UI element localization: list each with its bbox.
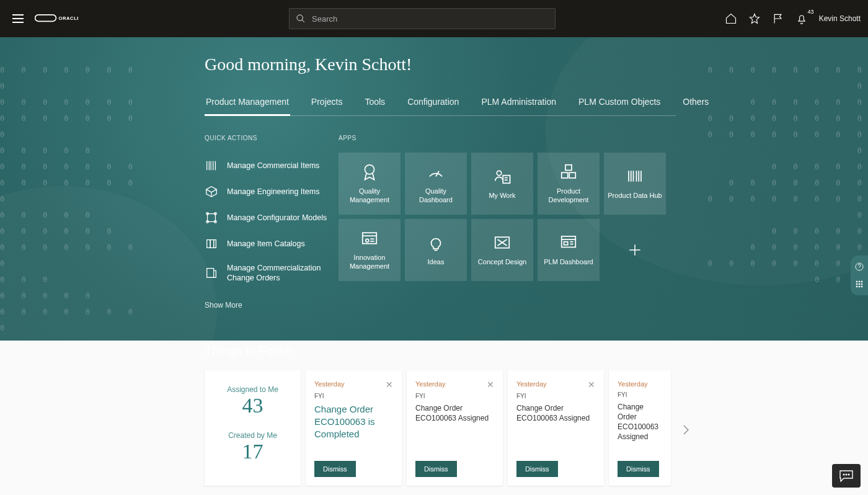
- qa-show-more[interactable]: Show More: [205, 301, 242, 310]
- app-label: Quality Dashboard: [409, 187, 463, 205]
- tab-configuration[interactable]: Configuration: [406, 92, 460, 115]
- created-by-me-label: Created by Me: [228, 431, 277, 440]
- app-label: Product Data Hub: [608, 192, 662, 200]
- home-icon[interactable]: [725, 12, 737, 25]
- dashboard-icon: [559, 233, 578, 252]
- close-icon[interactable]: ✕: [386, 380, 393, 389]
- app-label: My Work: [489, 192, 515, 200]
- my-work-icon: [493, 167, 512, 185]
- tab-projects[interactable]: Projects: [310, 92, 344, 115]
- brand-logo[interactable]: ORACLE: [35, 12, 78, 25]
- svg-rect-14: [207, 240, 211, 248]
- card-timestamp: Yesterday: [415, 380, 446, 388]
- svg-rect-17: [207, 269, 214, 278]
- qa-label: Manage Commercial Items: [227, 161, 319, 171]
- assigned-to-me-label: Assigned to Me: [227, 385, 278, 394]
- app-my-work[interactable]: My Work: [471, 153, 533, 215]
- card-tag: FYI: [618, 391, 662, 398]
- qa-manage-item-catalogs[interactable]: Manage Item Catalogs: [205, 231, 335, 257]
- card-body: Change Order ECO100063 is Completed: [314, 403, 393, 441]
- things-to-finish-heading: Things to Finish: [205, 344, 676, 358]
- svg-rect-25: [562, 173, 568, 179]
- card-body: Change Order ECO100063 Assigned: [415, 403, 494, 423]
- qa-label: Manage Item Catalogs: [227, 239, 305, 249]
- app-quality-dashboard[interactable]: Quality Dashboard: [405, 153, 467, 215]
- dismiss-button[interactable]: Dismiss: [618, 461, 659, 477]
- svg-rect-16: [214, 240, 216, 248]
- svg-rect-9: [208, 214, 216, 222]
- menu-icon[interactable]: [12, 11, 27, 26]
- svg-rect-44: [564, 242, 568, 245]
- ttf-card[interactable]: Yesterday ✕ FYI Change Order ECO100063 i…: [306, 370, 402, 486]
- app-plm-dashboard[interactable]: PLM Dashboard: [538, 219, 600, 281]
- dismiss-button[interactable]: Dismiss: [314, 461, 356, 477]
- svg-point-2: [297, 15, 303, 20]
- ttf-card[interactable]: Yesterday ✕ FYI Change Order ECO100063 A…: [407, 370, 503, 486]
- quick-actions-panel: QUICK ACTIONS Manage Commercial Items Ma…: [205, 135, 335, 310]
- card-body: Change Order ECO100063 Assigned: [516, 403, 595, 423]
- gauge-icon: [427, 163, 445, 181]
- side-panel-toggle[interactable]: [851, 256, 868, 295]
- apps-heading: APPS: [339, 135, 676, 141]
- qa-manage-configurator-models[interactable]: Manage Configurator Models: [205, 205, 335, 231]
- app-concept-design[interactable]: Concept Design: [471, 219, 533, 281]
- tab-product-management[interactable]: Product Management: [205, 92, 290, 116]
- app-label: Ideas: [428, 258, 445, 267]
- flag-icon[interactable]: [772, 12, 784, 25]
- app-quality-management[interactable]: Quality Management: [339, 153, 401, 215]
- help-icon: [854, 262, 864, 272]
- star-icon[interactable]: [748, 12, 761, 25]
- qa-manage-engineering-items[interactable]: Manage Engineering Items: [205, 179, 335, 205]
- decorative-pattern: 0 0 0 0 0 0 0 00 0 0 0 0 0 00 0 0 0 0 0 …: [0, 62, 143, 341]
- dismiss-button[interactable]: Dismiss: [415, 461, 457, 477]
- card-body: Change Order ECO100063 Assigned: [618, 402, 662, 442]
- svg-rect-24: [565, 165, 572, 171]
- nav-tabs: Product Management Projects Tools Config…: [205, 92, 676, 116]
- search-input[interactable]: [306, 14, 549, 24]
- svg-rect-15: [210, 240, 214, 248]
- svg-point-60: [843, 474, 845, 476]
- blocks-icon: [559, 163, 578, 181]
- app-label: PLM Dashboard: [544, 258, 593, 267]
- ttf-summary-card[interactable]: Assigned to Me 43 Created by Me 17: [205, 370, 301, 486]
- ttf-card[interactable]: Yesterday FYI Change Order ECO100063 Ass…: [609, 370, 671, 486]
- app-add-tile[interactable]: [604, 219, 666, 281]
- qa-manage-commercialization-change-orders[interactable]: Manage Commercialization Change Orders: [205, 257, 335, 290]
- svg-point-56: [861, 283, 862, 285]
- window-icon: [360, 229, 379, 248]
- card-timestamp: Yesterday: [516, 380, 547, 388]
- tab-plm-custom-objects[interactable]: PLM Custom Objects: [577, 92, 662, 115]
- quick-actions-heading: QUICK ACTIONS: [205, 135, 335, 141]
- global-search[interactable]: [289, 8, 556, 29]
- things-to-finish-section: Things to Finish Assigned to Me 43 Creat…: [205, 344, 676, 496]
- close-icon[interactable]: ✕: [588, 380, 595, 389]
- chat-button[interactable]: [832, 464, 861, 488]
- catalog-icon: [205, 237, 218, 251]
- svg-rect-21: [503, 176, 510, 184]
- carousel-next-button[interactable]: [678, 422, 693, 437]
- tab-tools[interactable]: Tools: [363, 92, 386, 115]
- assigned-to-me-count: 43: [227, 394, 278, 417]
- qa-label: Manage Engineering Items: [227, 187, 319, 197]
- app-innovation-management[interactable]: Innovation Management: [339, 219, 401, 281]
- change-order-icon: [205, 266, 218, 280]
- tab-others[interactable]: Others: [681, 92, 710, 115]
- apps-panel: APPS Quality Management Quality Dashboar…: [339, 135, 676, 310]
- app-product-data-hub[interactable]: Product Data Hub: [604, 153, 666, 215]
- username[interactable]: Kevin Schott: [819, 14, 861, 23]
- ttf-card[interactable]: Yesterday ✕ FYI Change Order ECO100063 A…: [508, 370, 604, 486]
- svg-point-53: [861, 281, 862, 282]
- svg-point-61: [846, 474, 848, 476]
- qa-manage-commercial-items[interactable]: Manage Commercial Items: [205, 153, 335, 179]
- app-product-development[interactable]: Product Development: [538, 153, 600, 215]
- dismiss-button[interactable]: Dismiss: [516, 461, 558, 477]
- close-icon[interactable]: ✕: [487, 380, 494, 389]
- cube-icon: [205, 185, 218, 198]
- tab-plm-administration[interactable]: PLM Administration: [480, 92, 557, 115]
- app-ideas[interactable]: Ideas: [405, 219, 467, 281]
- card-timestamp: Yesterday: [618, 380, 648, 388]
- svg-point-55: [859, 283, 860, 285]
- qa-label: Manage Commercialization Change Orders: [227, 263, 335, 283]
- barcode-icon: [626, 167, 644, 185]
- bell-icon[interactable]: 43: [795, 12, 808, 25]
